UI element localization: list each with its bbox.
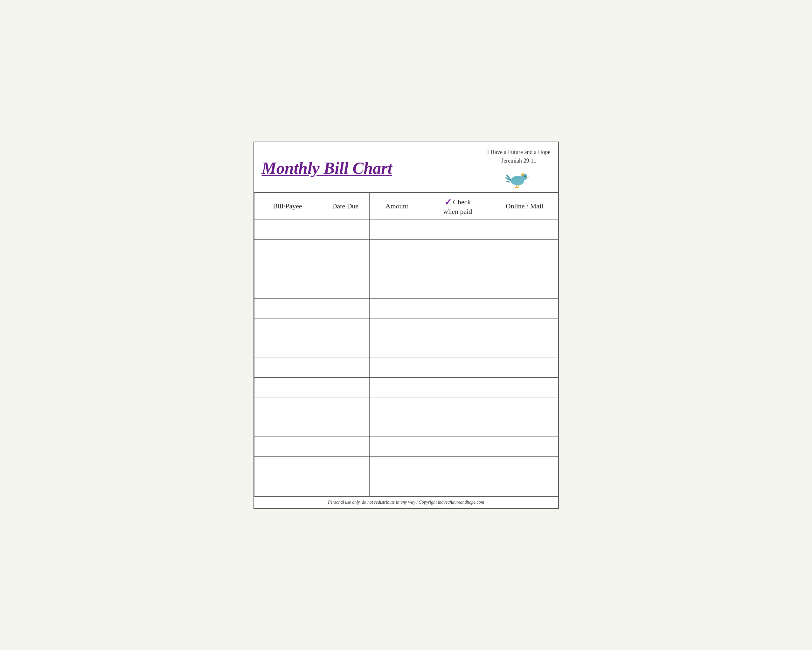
table-row[interactable]	[254, 476, 558, 496]
table-cell[interactable]	[321, 417, 369, 436]
table-cell[interactable]	[491, 259, 558, 279]
table-row[interactable]	[254, 279, 558, 298]
table-cell[interactable]	[254, 259, 321, 279]
table-cell[interactable]	[321, 476, 369, 496]
table-cell[interactable]	[369, 358, 424, 377]
table-cell[interactable]	[491, 476, 558, 496]
table-row[interactable]	[254, 239, 558, 259]
table-cell[interactable]	[321, 397, 369, 417]
table-cell[interactable]	[254, 417, 321, 436]
table-cell[interactable]	[254, 239, 321, 259]
table-cell[interactable]	[254, 298, 321, 318]
table-cell[interactable]	[424, 397, 491, 417]
table-cell[interactable]	[491, 456, 558, 476]
table-cell[interactable]	[369, 377, 424, 397]
table-cell[interactable]	[491, 377, 558, 397]
table-cell[interactable]	[321, 358, 369, 377]
check-top-row: ✓ Check	[444, 197, 471, 208]
table-cell[interactable]	[424, 456, 491, 476]
table-cell[interactable]	[491, 239, 558, 259]
table-cell[interactable]	[369, 279, 424, 298]
table-cell[interactable]	[369, 476, 424, 496]
table-row[interactable]	[254, 220, 558, 239]
table-row[interactable]	[254, 318, 558, 338]
table-cell[interactable]	[424, 220, 491, 239]
table-cell[interactable]	[491, 220, 558, 239]
table-cell[interactable]	[254, 338, 321, 358]
table-row[interactable]	[254, 417, 558, 436]
column-header-amount: Amount	[369, 193, 424, 220]
table-cell[interactable]	[424, 318, 491, 338]
table-cell[interactable]	[254, 436, 321, 456]
table-cell[interactable]	[254, 358, 321, 377]
table-cell[interactable]	[491, 298, 558, 318]
table-cell[interactable]	[424, 338, 491, 358]
table-cell[interactable]	[491, 318, 558, 338]
svg-point-13	[521, 173, 524, 176]
table-cell[interactable]	[369, 338, 424, 358]
table-cell[interactable]	[424, 239, 491, 259]
table-cell[interactable]	[369, 318, 424, 338]
table-row[interactable]	[254, 377, 558, 397]
svg-marker-4	[527, 176, 530, 178]
table-cell[interactable]	[424, 279, 491, 298]
column-header-date: Date Due	[321, 193, 369, 220]
table-row[interactable]	[254, 358, 558, 377]
table-cell[interactable]	[424, 476, 491, 496]
footer-text: Personal use only, do not redistribute i…	[254, 496, 558, 508]
table-row[interactable]	[254, 456, 558, 476]
table-cell[interactable]	[321, 239, 369, 259]
table-cell[interactable]	[321, 279, 369, 298]
table-cell[interactable]	[369, 298, 424, 318]
table-cell[interactable]	[254, 456, 321, 476]
bird-icon	[504, 167, 533, 189]
column-header-bill: Bill/Payee	[254, 193, 321, 220]
header-right: I Have a Future and a Hope Jeremiah 29:1…	[487, 148, 551, 189]
table-cell[interactable]	[321, 318, 369, 338]
page-container: Monthly Bill Chart I Have a Future and a…	[253, 142, 559, 509]
table-cell[interactable]	[321, 436, 369, 456]
table-cell[interactable]	[369, 239, 424, 259]
svg-point-3	[525, 176, 526, 176]
table-cell[interactable]	[369, 456, 424, 476]
table-cell[interactable]	[491, 417, 558, 436]
svg-point-2	[524, 175, 526, 177]
table-cell[interactable]	[321, 456, 369, 476]
table-cell[interactable]	[369, 397, 424, 417]
table-cell[interactable]	[491, 358, 558, 377]
table-cell[interactable]	[254, 318, 321, 338]
table-cell[interactable]	[254, 377, 321, 397]
table-cell[interactable]	[424, 417, 491, 436]
table-cell[interactable]	[424, 259, 491, 279]
header: Monthly Bill Chart I Have a Future and a…	[254, 142, 558, 193]
table-cell[interactable]	[254, 476, 321, 496]
table-cell[interactable]	[254, 397, 321, 417]
table-cell[interactable]	[321, 298, 369, 318]
table-cell[interactable]	[491, 397, 558, 417]
table-cell[interactable]	[369, 417, 424, 436]
table-row[interactable]	[254, 259, 558, 279]
column-header-online: Online / Mail	[491, 193, 558, 220]
table-cell[interactable]	[321, 338, 369, 358]
table-cell[interactable]	[424, 436, 491, 456]
table-cell[interactable]	[369, 220, 424, 239]
table-row[interactable]	[254, 338, 558, 358]
table-cell[interactable]	[491, 279, 558, 298]
bill-chart-table: Bill/Payee Date Due Amount ✓ Check when …	[254, 193, 558, 496]
table-row[interactable]	[254, 436, 558, 456]
table-row[interactable]	[254, 298, 558, 318]
table-cell[interactable]	[424, 358, 491, 377]
table-cell[interactable]	[424, 298, 491, 318]
table-cell[interactable]	[424, 377, 491, 397]
table-cell[interactable]	[491, 338, 558, 358]
table-cell[interactable]	[491, 436, 558, 456]
table-cell[interactable]	[321, 259, 369, 279]
bird-illustration	[504, 167, 533, 189]
table-row[interactable]	[254, 397, 558, 417]
table-cell[interactable]	[254, 279, 321, 298]
table-cell[interactable]	[321, 220, 369, 239]
table-cell[interactable]	[321, 377, 369, 397]
table-cell[interactable]	[254, 220, 321, 239]
table-cell[interactable]	[369, 259, 424, 279]
table-cell[interactable]	[369, 436, 424, 456]
